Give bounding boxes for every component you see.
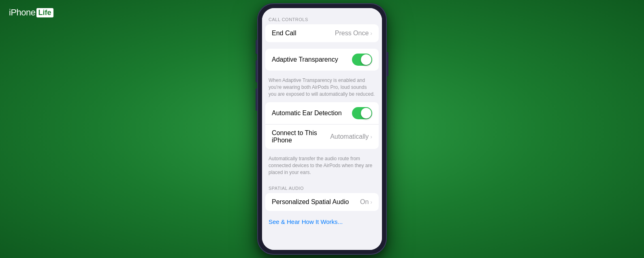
connect-iphone-label: Connect to This iPhone (272, 129, 330, 144)
end-call-chevron: › (370, 30, 372, 37)
adaptive-transparency-label: Adaptive Transparency (272, 56, 338, 63)
adaptive-transparency-group: Adaptive Transparency (265, 49, 379, 71)
end-call-right: Press Once › (335, 30, 372, 37)
automatic-ear-detection-row[interactable]: Automatic Ear Detection (265, 102, 379, 125)
mute-button (256, 40, 257, 54)
phone-frame: CALL CONTROLS End Call Press Once › Adap… (257, 3, 387, 255)
screen-content: CALL CONTROLS End Call Press Once › Adap… (262, 8, 382, 250)
see-hear-link[interactable]: See & Hear How It Works... (262, 214, 382, 229)
spatial-audio-header: SPATIAL AUDIO (262, 181, 382, 193)
end-call-label: End Call (272, 30, 296, 37)
personalized-spatial-audio-chevron: › (370, 199, 372, 205)
phone-container: CALL CONTROLS End Call Press Once › Adap… (243, 0, 401, 258)
logo: iPhone Life (9, 7, 53, 18)
personalized-spatial-audio-row[interactable]: Personalized Spatial Audio On › (265, 193, 379, 211)
connect-iphone-chevron: › (370, 133, 372, 140)
adaptive-transparency-description: When Adaptive Transparency is enabled an… (262, 74, 382, 102)
connect-description: Automatically transfer the audio route f… (262, 152, 382, 181)
connect-iphone-value: Automatically (330, 133, 369, 140)
automatic-ear-detection-label: Automatic Ear Detection (272, 110, 342, 117)
connect-iphone-row[interactable]: Connect to This iPhone Automatically › (265, 125, 379, 149)
volume-down-button (256, 88, 257, 111)
spatial-audio-group: Personalized Spatial Audio On › (265, 193, 379, 211)
phone-screen: CALL CONTROLS End Call Press Once › Adap… (262, 8, 382, 250)
volume-up-button (256, 60, 257, 82)
logo-iphone-text: iPhone (9, 7, 36, 18)
call-controls-group: End Call Press Once › (265, 24, 379, 42)
power-button (387, 52, 388, 76)
end-call-value: Press Once (335, 30, 369, 37)
adaptive-transparency-toggle[interactable] (352, 54, 372, 66)
ear-detection-group: Automatic Ear Detection Connect to This … (265, 102, 379, 149)
automatic-ear-detection-toggle[interactable] (352, 107, 372, 119)
logo-life-text: Life (36, 8, 53, 17)
personalized-spatial-audio-right: On › (360, 198, 372, 206)
adaptive-transparency-row[interactable]: Adaptive Transparency (265, 49, 379, 71)
personalized-spatial-audio-label: Personalized Spatial Audio (272, 198, 349, 206)
personalized-spatial-audio-value: On (360, 198, 369, 206)
connect-iphone-right: Automatically › (330, 133, 372, 140)
end-call-row[interactable]: End Call Press Once › (265, 24, 379, 42)
call-controls-header: CALL CONTROLS (262, 12, 382, 24)
